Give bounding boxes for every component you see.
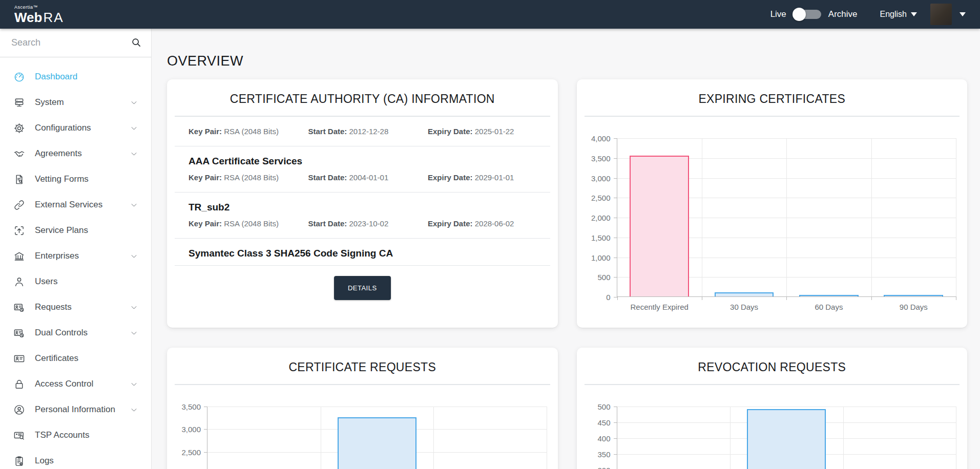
y-axis-label: 500 <box>597 273 610 282</box>
ca-actions: DETAILS <box>167 266 558 311</box>
bar-90-days <box>884 295 943 296</box>
y-axis-label: 0 <box>606 293 610 302</box>
brand-product: WebRA <box>14 11 64 24</box>
sidebar-item-label: Logs <box>35 456 54 466</box>
caret-down-icon <box>911 12 917 16</box>
sidebar-item-logs[interactable]: Logs <box>0 448 151 469</box>
ca-expiry-date: Expiry Date: 2029-01-01 <box>428 173 548 182</box>
sidebar-item-enterprises[interactable]: Enterprises <box>0 243 151 269</box>
gridline <box>871 138 872 296</box>
search-icon[interactable] <box>131 37 142 48</box>
y-tick <box>204 452 207 453</box>
card-title: CERTIFICATE REQUESTS <box>167 348 558 384</box>
ca-name: AAA Certificate Services <box>167 146 558 167</box>
sidebar-item-personal-information[interactable]: Personal Information <box>0 397 151 422</box>
clipboard-icon <box>13 455 25 467</box>
sidebar-item-label: Requests <box>35 302 72 312</box>
user-avatar[interactable] <box>930 4 952 25</box>
ca-entry: TR_sub2Key Pair: RSA (2048 Bits)Start Da… <box>167 193 558 239</box>
sidebar-item-external-services[interactable]: External Services <box>0 192 151 218</box>
y-axis-label: 3,000 <box>591 174 611 182</box>
sidebar-item-agreements[interactable]: Agreements <box>0 141 151 166</box>
y-axis-label: 2,500 <box>181 447 201 456</box>
y-tick <box>614 258 617 258</box>
sidebar-item-system[interactable]: System <box>0 90 151 115</box>
y-tick <box>614 178 617 179</box>
ca-key-pair: Key Pair: RSA (2048 Bits) <box>189 127 308 136</box>
live-archive-toggle[interactable] <box>794 10 821 19</box>
revocation-requests-card: REVOCATION REQUESTS 05010015020025030035… <box>577 348 968 469</box>
top-navbar: Ascertia™ WebRA Live Archive English <box>0 0 980 29</box>
y-tick <box>614 158 617 159</box>
details-button[interactable]: DETAILS <box>334 276 391 300</box>
sidebar-item-service-plans[interactable]: Service Plans <box>0 218 151 243</box>
sidebar-item-access-control[interactable]: Access Control <box>0 371 151 397</box>
y-tick <box>614 454 617 455</box>
user-icon <box>13 276 25 288</box>
sidebar-item-requests[interactable]: Requests <box>0 294 151 320</box>
y-tick <box>204 407 207 407</box>
y-axis-label: 450 <box>597 418 610 427</box>
link-icon <box>13 199 25 211</box>
ca-entry: AAA Certificate ServicesKey Pair: RSA (2… <box>167 146 558 193</box>
sidebar-item-label: Agreements <box>35 148 82 159</box>
y-axis-label: 2,500 <box>591 194 611 202</box>
sidebar-item-tsp-accounts[interactable]: TSP Accounts <box>0 422 151 448</box>
y-tick <box>614 438 617 439</box>
bar-60-days <box>799 295 859 296</box>
bank-icon <box>13 250 25 262</box>
chevron-down-icon <box>130 380 138 388</box>
sidebar-item-users[interactable]: Users <box>0 269 151 294</box>
chevron-down-icon <box>130 99 138 106</box>
sidebar-item-label: Certificates <box>35 353 78 364</box>
sidebar-item-configurations[interactable]: Configurations <box>0 115 151 141</box>
language-dropdown[interactable]: English <box>880 10 917 19</box>
card-title: CERTIFICATE AUTHORITY (CA) INFORMATION <box>167 79 558 116</box>
chevron-down-icon <box>130 150 138 158</box>
box-arrow-up-icon <box>13 225 25 237</box>
y-tick <box>614 422 617 423</box>
sidebar-item-label: Dual Controls <box>35 328 88 338</box>
user-menu-caret-icon[interactable] <box>960 12 966 16</box>
revocation-requests-bar-chart: 050100150200250300350400450500 <box>577 385 968 469</box>
y-tick <box>614 218 617 218</box>
gridline <box>786 138 787 296</box>
ca-information-card: CERTIFICATE AUTHORITY (CA) INFORMATION K… <box>167 79 558 328</box>
app-logo[interactable]: Ascertia™ WebRA <box>14 5 64 24</box>
y-axis-label: 400 <box>597 434 610 443</box>
y-axis-label: 3,500 <box>591 154 611 162</box>
ca-fields-row: Key Pair: RSA (2048 Bits)Start Date: 201… <box>167 117 558 146</box>
x-tick <box>871 296 872 300</box>
x-tick <box>702 296 702 300</box>
sidebar-item-dashboard[interactable]: Dashboard <box>0 64 151 90</box>
gridline <box>547 407 547 469</box>
sidebar-item-certificates[interactable]: Certificates <box>0 346 151 371</box>
search-input[interactable] <box>0 29 151 57</box>
sidebar-item-label: Service Plans <box>35 225 88 236</box>
document-search-icon <box>13 174 25 185</box>
handshake-icon <box>13 148 25 160</box>
y-axis-label: 1,000 <box>591 253 611 262</box>
ca-expiry-date: Expiry Date: 2025-01-22 <box>428 127 548 136</box>
toggle-knob <box>793 8 806 21</box>
gridline <box>433 407 434 469</box>
sidebar-search <box>0 29 151 57</box>
gauge-icon <box>13 71 25 83</box>
sidebar-item-dual-controls[interactable]: Dual Controls <box>0 320 151 346</box>
sidebar-item-label: Personal Information <box>35 404 115 415</box>
y-tick <box>614 297 617 297</box>
chevron-down-icon <box>130 329 138 337</box>
ca-entries: Key Pair: RSA (2048 Bits)Start Date: 201… <box>167 117 558 266</box>
y-tick <box>614 138 617 139</box>
dashboard-grid: CERTIFICATE AUTHORITY (CA) INFORMATION K… <box>167 79 967 469</box>
ca-entry: Key Pair: RSA (2048 Bits)Start Date: 201… <box>167 117 558 146</box>
id-card-clock-icon <box>13 302 25 313</box>
ca-start-date: Start Date: 2012-12-28 <box>308 127 428 136</box>
sidebar-item-vetting-forms[interactable]: Vetting Forms <box>0 166 151 192</box>
person-circle-icon <box>13 404 25 416</box>
y-tick <box>204 429 207 430</box>
server-icon <box>13 97 25 109</box>
chevron-down-icon <box>130 124 138 132</box>
ca-start-date: Start Date: 2004-01-01 <box>308 173 428 182</box>
bar-recently-expired <box>630 156 689 296</box>
